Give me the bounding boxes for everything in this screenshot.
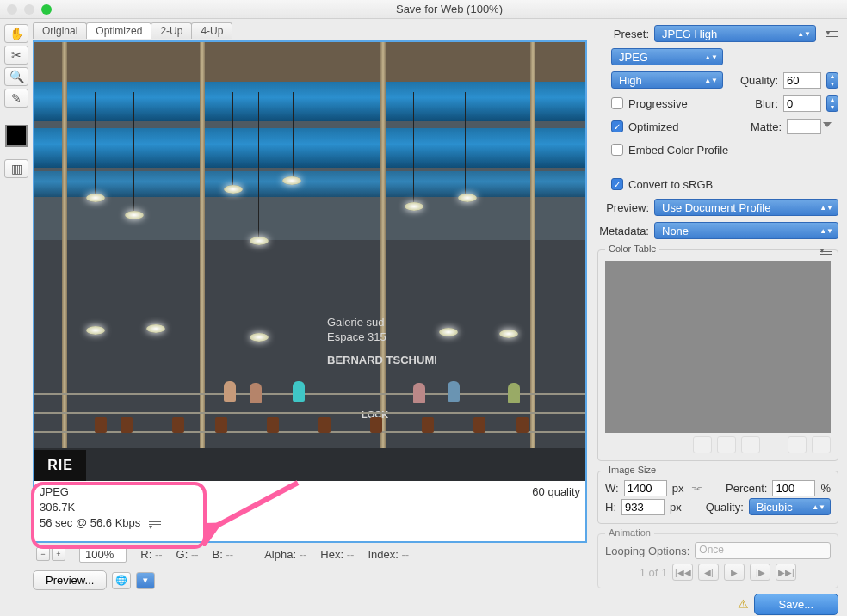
preview-info: JPEG 306.7K 56 sec @ 56.6 Kbps 60 qualit… [40,484,580,536]
color-table-group: Color Table [597,249,838,461]
convert-srgb-label: Convert to sRGB [628,178,713,191]
download-rate-menu-icon[interactable] [149,520,161,528]
quality-stepper[interactable]: ▲▼ [826,72,838,89]
close-window-button[interactable] [7,4,17,15]
image-size-group: Image Size W: px ⫘ Percent: % H: px Qual… [597,471,838,524]
format-select[interactable]: JPEG▲▼ [611,48,723,65]
window-title: Save for Web (100%) [59,3,840,15]
preview-label: Preview: [597,201,649,214]
zoom-out-icon[interactable]: − [36,547,50,561]
frame-indicator: 1 of 1 [640,566,668,579]
preview-tabs: Original Optimized 2-Up 4-Up [33,22,587,39]
slice-select-tool-icon[interactable]: ✂ [4,46,28,65]
progressive-label: Progressive [628,97,688,110]
hand-tool-icon[interactable]: ✋ [4,24,28,43]
embed-profile-checkbox[interactable] [611,144,623,156]
ct-tool-2-icon[interactable] [717,436,736,453]
looping-label: Looping Options: [605,545,689,557]
ct-tool-1-icon[interactable] [693,436,712,453]
link-dimensions-icon[interactable]: ⫘ [689,482,703,495]
info-timing: 56 sec @ 56.6 Kbps [40,516,140,529]
first-frame-icon: |◀◀ [672,564,693,581]
zoom-window-button[interactable] [41,4,52,15]
info-quality: 60 quality [532,484,580,500]
resample-label: Quality: [706,501,744,514]
height-input[interactable] [621,499,665,515]
preview-profile-select[interactable]: Use Document Profile▲▼ [654,199,838,216]
resample-select[interactable]: Bicubic▲▼ [749,498,831,515]
tab-2up[interactable]: 2-Up [151,22,192,39]
matte-label: Matte: [751,120,782,133]
settings-panel: Preset: JPEG High▲▼ JPEG▲▼ High▲▼ Qualit… [592,19,847,616]
width-input[interactable] [624,480,667,496]
quality-preset-select[interactable]: High▲▼ [611,71,723,89]
ct-trash-icon[interactable] [812,436,831,453]
play-icon: ▶ [724,564,745,581]
next-frame-icon: |▶ [750,564,770,581]
minimize-window-button[interactable] [24,4,34,15]
convert-srgb-checkbox[interactable]: ✓ [611,178,623,190]
tab-original[interactable]: Original [33,22,87,39]
save-button[interactable]: Save... [754,594,838,615]
optimized-label: Optimized [628,120,679,133]
zoom-tool-icon[interactable]: 🔍 [4,67,28,86]
prev-frame-icon: ◀| [698,564,719,581]
preview-area[interactable]: Galerie sud Espace 315 BERNARD TSCHUMI L… [33,40,587,543]
percent-label: Percent: [726,482,767,495]
optimized-checkbox[interactable]: ✓ [611,120,623,132]
preview-in-browser-button[interactable]: Preview... [33,570,107,590]
last-frame-icon: ▶▶| [776,564,796,581]
tab-optimized[interactable]: Optimized [86,22,151,39]
browser-icon[interactable]: 🌐 [112,572,131,589]
width-label: W: [605,482,619,495]
toggle-slices-icon[interactable]: ▥ [4,159,28,178]
quality-input[interactable] [783,72,821,89]
blur-input[interactable] [783,95,821,112]
preview-image: Galerie sud Espace 315 BERNARD TSCHUMI L… [34,42,585,481]
info-size: 306.7K [40,500,161,515]
percent-input[interactable] [772,480,815,496]
zoom-in-icon[interactable]: + [52,547,65,561]
status-bar: − + 100% R: -- G: -- B: -- Alpha: -- Hex… [33,543,587,565]
ct-new-icon[interactable] [788,436,807,453]
animation-group: Animation Looping Options: Once 1 of 1 |… [597,533,838,588]
metadata-label: Metadata: [597,225,649,237]
blur-stepper[interactable]: ▲▼ [826,95,838,112]
preset-flyout-icon[interactable] [826,29,838,38]
image-text-rie: RIE [34,450,86,481]
ct-tool-3-icon[interactable] [741,436,760,453]
embed-profile-label: Embed Color Profile [628,144,728,157]
matte-select[interactable] [787,119,821,134]
zoom-select[interactable]: 100% [79,546,127,563]
preset-select[interactable]: JPEG High▲▼ [654,25,816,42]
color-table-flyout-icon[interactable] [820,247,832,256]
eyedropper-tool-icon[interactable]: ✎ [4,89,28,108]
progressive-checkbox[interactable] [611,97,623,109]
tool-column: ✋ ✂ 🔍 ✎ ▥ [0,19,33,616]
warning-icon: ⚠ [738,597,749,611]
color-table[interactable] [605,261,831,433]
titlebar: Save for Web (100%) [0,0,847,19]
looping-select: Once [695,542,831,559]
blur-label: Blur: [755,97,778,110]
preset-label: Preset: [597,28,649,40]
info-format: JPEG [40,484,161,500]
metadata-select[interactable]: None▲▼ [654,222,838,239]
tab-4up[interactable]: 4-Up [191,22,232,39]
browser-select-icon[interactable]: ▾ [136,572,155,589]
quality-label: Quality: [740,74,778,87]
height-label: H: [605,501,616,514]
image-text: Galerie sud Espace 315 BERNARD TSCHUMI [327,316,437,368]
foreground-color-swatch[interactable] [5,125,28,147]
